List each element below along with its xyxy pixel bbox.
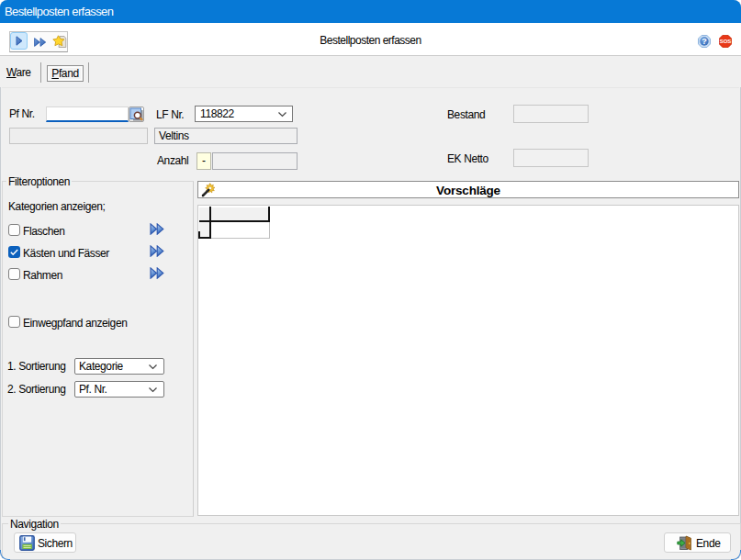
- svg-text:?: ?: [702, 37, 707, 46]
- svg-text:SOS: SOS: [720, 39, 732, 44]
